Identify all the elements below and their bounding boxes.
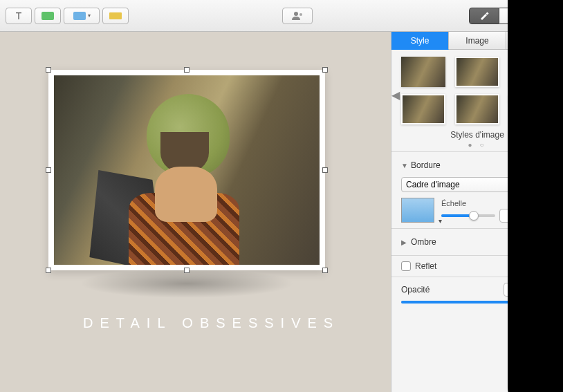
border-type-value: Cadre d'image [406,180,460,189]
tab-image[interactable]: Image [449,32,506,50]
resize-handle-t[interactable] [184,67,190,73]
collaboration-button[interactable] [282,8,313,24]
resize-handle-tl[interactable] [46,67,51,73]
media-dropdown-button[interactable]: ▾ [64,8,100,24]
text-tool-button[interactable]: T [6,8,32,24]
brush-icon [479,11,490,21]
selected-image[interactable] [48,70,325,270]
shape-fill-button[interactable] [35,8,61,24]
triangle-right-icon [401,239,408,246]
style-thumb-5[interactable] [455,94,499,124]
image-shadow [35,267,339,322]
comment-button[interactable] [102,8,129,24]
triangle-down-icon [401,162,408,169]
tab-style[interactable]: Style [391,32,449,50]
person-icon [291,11,304,21]
styles-prev-button[interactable]: ◀ [391,88,400,102]
format-inspector-button[interactable] [469,8,499,24]
text-icon: T [16,10,22,21]
border-disclosure[interactable]: Bordure [401,160,441,170]
resize-handle-b[interactable] [184,268,190,273]
opacity-title: Opacité [401,285,430,295]
shadow-title: Ombre [411,237,436,247]
resize-handle-bl[interactable] [46,268,51,273]
shadow-disclosure[interactable]: Ombre [401,237,436,247]
border-title: Bordure [411,160,441,170]
svg-rect-2 [486,12,488,15]
svg-point-1 [299,13,302,16]
reflect-checkbox[interactable] [401,261,411,271]
media-icon [73,12,86,20]
document-canvas[interactable]: DETAIL OBSESSIVES [0,32,391,392]
scale-slider[interactable] [441,214,495,217]
frame-style-picker[interactable] [401,198,434,223]
image-content [54,75,320,265]
style-thumb-1[interactable] [401,57,445,87]
green-swatch-icon [41,12,54,20]
caption-text[interactable]: DETAIL OBSESSIVES [83,315,340,331]
device-bezel [508,0,563,392]
style-thumb-2[interactable] [455,57,499,87]
resize-handle-tr[interactable] [322,67,328,73]
resize-handle-l[interactable] [46,167,51,173]
svg-point-0 [294,12,298,16]
image-frame [48,70,325,270]
style-thumb-4[interactable] [401,94,445,124]
reflect-title: Reflet [415,261,436,271]
toolbar: T ▾ [0,0,563,32]
chevron-down-icon: ▾ [88,12,91,19]
resize-handle-br[interactable] [322,268,328,273]
note-icon [109,12,122,19]
resize-handle-r[interactable] [322,167,328,173]
